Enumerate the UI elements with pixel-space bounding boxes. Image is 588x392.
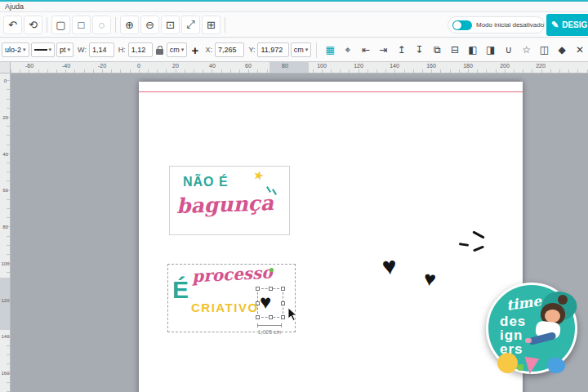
selection-handle[interactable]	[256, 315, 260, 319]
properties-toolbar: ulo-2 ▾ ▾ pt ▾ W: 1,14 H: 1,12 cm ▾ + X:…	[0, 38, 588, 62]
stroke-swatch	[34, 49, 47, 51]
grid-icon[interactable]: ▦	[322, 42, 338, 59]
size-unit-dropdown[interactable]: cm ▾	[167, 42, 188, 57]
send-back-icon[interactable]: ◨	[483, 42, 499, 59]
design-button-label: DESIG	[562, 20, 587, 29]
ruler-h-label: 200	[495, 63, 514, 69]
stroke-style-dropdown[interactable]: ▾	[31, 42, 56, 57]
selection-handle[interactable]	[256, 287, 260, 291]
menu-help[interactable]: Ajuda	[5, 2, 24, 11]
vertical-ruler[interactable]: 0 20 40 60 80 100 120 140 160	[0, 74, 11, 392]
selection-handle[interactable]	[269, 287, 273, 291]
ruler-h-label: 60	[238, 63, 258, 69]
marquee-select-icon[interactable]: □	[72, 16, 91, 34]
chevron-down-icon: ▾	[305, 47, 309, 53]
badge-green-leaf	[517, 364, 523, 371]
ungroup-icon[interactable]: ⊟	[447, 42, 463, 59]
ruler-h-label: 220	[531, 63, 550, 69]
zoom-out-icon[interactable]: ⊖	[140, 16, 159, 34]
mouse-cursor	[287, 307, 299, 325]
selection-handle[interactable]	[281, 301, 285, 305]
canvas-workspace[interactable]: NÃO É ★ bagunça É processo CRIATIVO ♥ 1,…	[11, 74, 588, 392]
zoom-fit-icon[interactable]: ⊞	[202, 16, 220, 34]
character-face	[545, 310, 560, 323]
design-button[interactable]: ✎ DESIG	[546, 14, 588, 36]
select-tool-icon[interactable]: ▢	[51, 16, 70, 34]
ruler-corner	[0, 62, 11, 74]
width-label: W:	[78, 46, 87, 54]
ruler-h-label: 80	[275, 63, 295, 69]
chevron-down-icon: ▾	[49, 47, 52, 53]
bring-front-icon[interactable]: ◧	[465, 42, 481, 59]
stroke-unit-dropdown[interactable]: pt ▾	[56, 42, 74, 57]
design-nao-e-bagunca[interactable]: NÃO É ★ bagunça	[169, 166, 290, 235]
selection-handle[interactable]	[256, 301, 260, 305]
measurement-line	[257, 323, 282, 327]
page-margin-line	[139, 91, 523, 92]
align-left-icon[interactable]: ⇤	[358, 42, 374, 59]
design1-text-line2: bagunça	[176, 191, 274, 218]
heart-icon[interactable]: ♥	[381, 252, 398, 281]
toolbar-separator	[225, 17, 225, 33]
pan-icon[interactable]: ⤢	[181, 16, 200, 34]
character-hair-bun	[558, 295, 568, 305]
x-label: X:	[205, 46, 212, 54]
ruler-v-label: 100	[0, 261, 11, 266]
design2-text-criativo: CRIATIVO	[191, 301, 259, 314]
ruler-selection-highlight	[0, 278, 10, 330]
chevron-down-icon: ▾	[68, 47, 71, 53]
selection-handle[interactable]	[281, 315, 285, 319]
badge-word-time: time	[506, 292, 542, 314]
sparkle-line	[473, 245, 484, 252]
ruler-h-label: 120	[349, 63, 368, 69]
badge-yellow-ball	[497, 353, 518, 373]
chevron-down-icon: ▾	[181, 47, 185, 53]
align-right-icon[interactable]: ⇥	[376, 42, 392, 59]
zoom-in-icon[interactable]: ⊕	[120, 16, 139, 34]
pos-unit-dropdown[interactable]: cm ▾	[291, 42, 312, 57]
stroke-unit-value: pt	[60, 46, 66, 54]
zoom-selection-icon[interactable]: ⊡	[161, 16, 180, 34]
offset-icon[interactable]: ☆	[519, 42, 535, 59]
design2-text-processo: processo	[191, 262, 273, 286]
ruler-h-label: 140	[385, 63, 404, 69]
height-label: H:	[118, 46, 126, 54]
ruler-v-label: 140	[0, 334, 11, 339]
undo-icon[interactable]: ↶	[3, 16, 22, 34]
menubar: Ajuda	[0, 2, 588, 12]
design1-text-line1: NÃO É	[183, 175, 229, 189]
ruler-v-label: 20	[0, 115, 11, 120]
chevron-down-icon: ▾	[23, 47, 26, 53]
selection-box[interactable]	[257, 288, 283, 318]
group-icon[interactable]: ⧉	[429, 42, 445, 59]
width-input[interactable]: 1,14	[89, 42, 114, 57]
align-bottom-icon[interactable]: ↧	[411, 42, 427, 59]
selection-handle[interactable]	[269, 315, 273, 319]
initial-mode-chip: Modo inicial desativado	[448, 16, 545, 33]
initial-mode-toggle[interactable]	[452, 20, 472, 30]
initial-mode-label: Modo inicial desativado	[476, 21, 544, 29]
horizontal-ruler[interactable]: -60 -40 -20 0 20 40 60 80 100 120 140 16…	[11, 62, 588, 74]
x-input[interactable]: 7,265	[215, 42, 244, 57]
3d-icon[interactable]: ◫	[536, 42, 552, 59]
ruler-h-label: 100	[312, 63, 332, 69]
ruler-h-label: -40	[56, 63, 76, 69]
ruler-h-label: -60	[20, 63, 39, 69]
character-shoe	[525, 338, 532, 343]
y-input[interactable]: 11,972	[257, 42, 288, 57]
toolbar-separator	[115, 17, 116, 33]
center-on-page-icon[interactable]: ⌖	[340, 42, 356, 59]
star-icon: ★	[252, 167, 266, 185]
sparkle-marks	[459, 234, 492, 261]
height-input[interactable]: 1,12	[128, 42, 154, 57]
weld-icon[interactable]: ∪	[501, 42, 517, 59]
lock-aspect-icon[interactable]	[156, 49, 163, 55]
history-icon[interactable]: ⟲	[24, 16, 42, 34]
preset-dropdown[interactable]: ulo-2 ▾	[2, 42, 29, 57]
lasso-select-icon[interactable]: ◌	[92, 16, 111, 34]
shapes-icon[interactable]: ◆	[554, 42, 570, 59]
selection-handle[interactable]	[281, 287, 285, 291]
move-anchor-icon[interactable]: +	[189, 43, 201, 57]
delete-icon[interactable]: ✕	[572, 42, 588, 59]
align-top-icon[interactable]: ↥	[394, 42, 410, 59]
